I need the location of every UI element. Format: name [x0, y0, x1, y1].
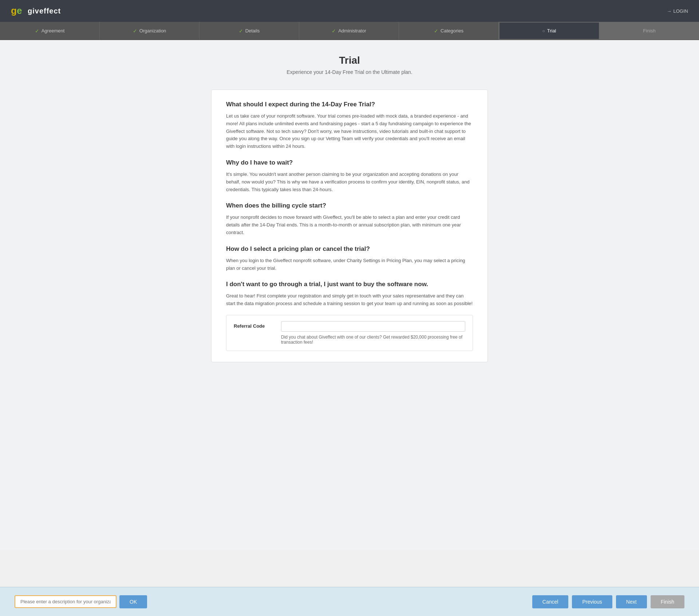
check-icon-details: ✓ — [239, 28, 243, 34]
cancel-button[interactable]: Cancel — [532, 595, 569, 608]
step-trial-label: Trial — [547, 28, 556, 33]
referral-hint: Did you chat about Giveffect with one of… — [281, 335, 465, 345]
step-agreement[interactable]: ✓ Agreement — [0, 22, 100, 40]
step-organization-label: Organization — [139, 28, 166, 33]
svg-text:e: e — [17, 6, 22, 16]
section-q1-title: What should I expect during the 14-Day F… — [226, 101, 473, 108]
referral-section: Referral Code Did you chat about Giveffe… — [226, 315, 473, 351]
section-q4-text: When you login to the Giveffect nonprofi… — [226, 257, 473, 272]
logo: g e giveffect — [11, 6, 61, 16]
page-subtitle: Experience your 14-Day Free Trial on the… — [7, 69, 692, 75]
section-q3-text: If your nonprofit decides to move forwar… — [226, 214, 473, 236]
bottom-right: Cancel Previous Next Finish — [532, 595, 684, 608]
ok-button[interactable]: OK — [119, 595, 147, 608]
step-details-label: Details — [245, 28, 260, 33]
step-details[interactable]: ✓ Details — [200, 22, 299, 40]
logo-icon: g e — [11, 6, 25, 16]
bottom-bar: OK Cancel Previous Next Finish — [0, 587, 699, 616]
section-q5-title: I don't want to go through a trial, I ju… — [226, 281, 473, 288]
check-icon-administrator: ✓ — [332, 28, 336, 34]
bottom-left: OK — [15, 595, 532, 608]
step-categories[interactable]: ✓ Categories — [399, 22, 499, 40]
previous-button[interactable]: Previous — [572, 595, 612, 608]
login-label: LOGIN — [674, 8, 688, 14]
validation-input[interactable] — [15, 595, 116, 608]
section-q4-title: How do I select a pricing plan or cancel… — [226, 245, 473, 253]
check-icon-categories: ✓ — [434, 28, 438, 34]
step-categories-label: Categories — [441, 28, 463, 33]
main-content: Trial Experience your 14-Day Free Trial … — [0, 40, 699, 550]
section-q2-text: It's simple. You wouldn't want another p… — [226, 171, 473, 193]
radio-icon-trial: ○ — [542, 28, 545, 33]
page-title: Trial — [7, 55, 692, 66]
referral-right: Did you chat about Giveffect with one of… — [281, 321, 465, 345]
logo-text: giveffect — [28, 7, 61, 15]
login-button[interactable]: → LOGIN — [667, 8, 688, 14]
step-finish-label: Finish — [643, 28, 656, 33]
next-button[interactable]: Next — [616, 595, 647, 608]
section-q3-title: When does the billing cycle start? — [226, 202, 473, 209]
section-q5-text: Great to hear! First complete your regis… — [226, 292, 473, 308]
step-administrator-label: Administrator — [338, 28, 366, 33]
header: g e giveffect → LOGIN — [0, 0, 699, 22]
finish-button[interactable]: Finish — [651, 595, 684, 608]
referral-label: Referral Code — [234, 321, 274, 329]
progress-bar: ✓ Agreement ✓ Organization ✓ Details ✓ A… — [0, 22, 699, 40]
step-administrator[interactable]: ✓ Administrator — [299, 22, 399, 40]
check-icon-organization: ✓ — [133, 28, 137, 34]
svg-text:g: g — [11, 6, 17, 16]
step-trial[interactable]: ○ Trial — [499, 22, 600, 40]
login-icon: → — [667, 8, 672, 14]
referral-input[interactable] — [281, 321, 465, 332]
content-box: What should I expect during the 14-Day F… — [211, 90, 488, 362]
step-finish[interactable]: Finish — [600, 22, 699, 40]
section-q1-text: Let us take care of your nonprofit softw… — [226, 112, 473, 150]
section-q2-title: Why do I have to wait? — [226, 159, 473, 166]
step-agreement-label: Agreement — [42, 28, 65, 33]
check-icon-agreement: ✓ — [35, 28, 39, 34]
step-organization[interactable]: ✓ Organization — [100, 22, 200, 40]
